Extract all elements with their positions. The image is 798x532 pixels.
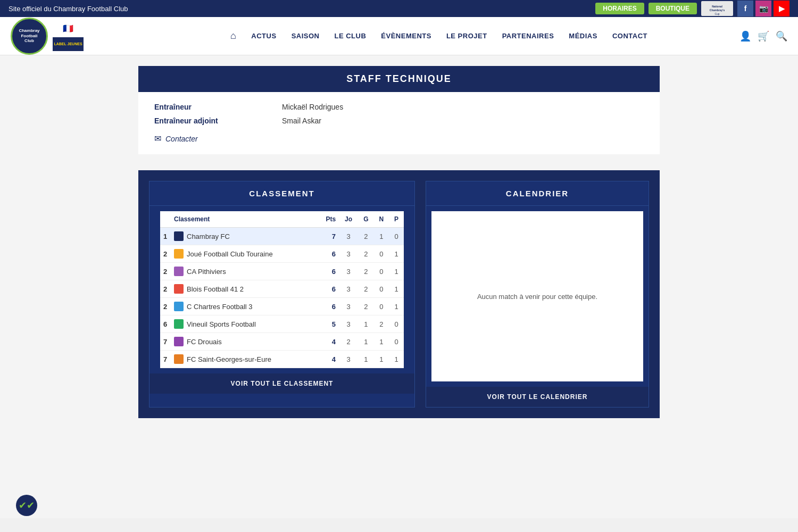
team-name: Blois Football 41 2: [187, 285, 244, 293]
entraineur-label: Entraîneur: [154, 103, 282, 111]
classement-header: CLASSEMENT: [149, 181, 414, 206]
user-icon[interactable]: 👤: [739, 30, 751, 42]
rank-cell: 7: [160, 333, 171, 351]
p-cell: 0: [389, 228, 404, 245]
n-cell: 2: [374, 315, 389, 333]
adjoint-value: Smail Askar: [282, 117, 321, 125]
rank-cell: 2: [160, 280, 171, 298]
nav-medias[interactable]: MÉDIAS: [561, 32, 605, 40]
nav-evenements[interactable]: ÉVÈNEMENTS: [373, 32, 439, 40]
pts-cell: 6: [317, 280, 339, 298]
facebook-icon[interactable]: f: [737, 1, 753, 16]
staff-header: STAFF TECHNIQUE: [138, 66, 660, 92]
boutique-button[interactable]: BOUTIQUE: [649, 3, 697, 14]
nav-right: 👤 🛒 🔍: [739, 30, 787, 42]
nav-saison[interactable]: SAISON: [284, 32, 327, 40]
rank-cell: 2: [160, 263, 171, 280]
table-row: 2 Joué Football Club Touraine 6 3 2 0 1: [160, 245, 404, 263]
nav-home[interactable]: ⌂: [223, 30, 244, 41]
team-name: Vineuil Sports Football: [187, 320, 256, 328]
pts-cell: 5: [317, 315, 339, 333]
pts-cell: 4: [317, 333, 339, 351]
staff-section: STAFF TECHNIQUE Entraîneur Mickaël Rodri…: [138, 66, 660, 154]
table-row: 2 CA Pithiviers 6 3 2 0 1: [160, 263, 404, 280]
contact-link[interactable]: Contacter: [165, 135, 198, 143]
top-bar: Site officiel du Chambray Football Club …: [0, 0, 798, 17]
team-cell: Blois Football 41 2: [171, 280, 317, 298]
youtube-icon[interactable]: ▶: [774, 1, 789, 16]
col-classement: Classement: [171, 211, 317, 228]
svg-text:National: National: [712, 5, 722, 8]
scroll-button[interactable]: ✔✔: [16, 495, 37, 516]
n-cell: 0: [374, 263, 389, 280]
team-cell: FC Drouais: [171, 333, 317, 351]
nav-partenaires[interactable]: PARTENAIRES: [495, 32, 562, 40]
p-cell: 0: [389, 315, 404, 333]
voir-calendrier-button[interactable]: VOIR TOUT LE CALENDRIER: [426, 387, 649, 407]
classement-table: Classement Pts Jo G N P 1 Chambray FC: [160, 211, 404, 368]
svg-text:🇫🇷: 🇫🇷: [63, 23, 73, 34]
jo-cell: 3: [339, 298, 358, 315]
adjoint-label: Entraîneur adjoint: [154, 117, 282, 125]
g-cell: 1: [358, 333, 374, 351]
jo-cell: 3: [339, 263, 358, 280]
n-cell: 0: [374, 280, 389, 298]
staff-contact: ✉ Contacter: [154, 134, 644, 144]
pts-cell: 7: [317, 228, 339, 245]
nav-actus[interactable]: ACTUS: [244, 32, 284, 40]
logo-area: ChambrayFootballClub 🇫🇷 LABEL JEUNES: [11, 18, 138, 55]
table-row: 2 Blois Football 41 2 6 3 2 0 1: [160, 280, 404, 298]
rank-cell: 6: [160, 315, 171, 333]
top-bar-right: HORAIRES BOUTIQUE National Chambray's Cu…: [595, 1, 789, 16]
classement-box: CLASSEMENT Classement Pts Jo G N P: [149, 181, 415, 408]
mail-icon: ✉: [154, 134, 161, 144]
rank-cell: 1: [160, 228, 171, 245]
cup-logo: National Chambray's Cup: [701, 1, 733, 16]
nav-le-projet[interactable]: LE PROJET: [439, 32, 495, 40]
team-name: Joué Football Club Touraine: [187, 250, 273, 258]
calendrier-header: CALENDRIER: [426, 181, 649, 206]
svg-text:Chambray's: Chambray's: [710, 9, 725, 12]
p-cell: 1: [389, 245, 404, 263]
search-icon[interactable]: 🔍: [776, 30, 787, 42]
nav-contact[interactable]: CONTACT: [605, 32, 655, 40]
n-cell: 0: [374, 245, 389, 263]
g-cell: 2: [358, 298, 374, 315]
team-name: C Chartres Football 3: [187, 303, 253, 311]
staff-entraineur-row: Entraîneur Mickaël Rodrigues: [154, 103, 644, 111]
instagram-icon[interactable]: 📷: [755, 1, 771, 16]
voir-classement-button[interactable]: VOIR TOUT LE CLASSEMENT: [149, 373, 414, 394]
rank-cell: 7: [160, 351, 171, 368]
jo-cell: 3: [339, 315, 358, 333]
main-nav: ChambrayFootballClub 🇫🇷 LABEL JEUNES ⌂ A…: [0, 17, 798, 55]
n-cell: 0: [374, 298, 389, 315]
team-cell: Vineuil Sports Football: [171, 315, 317, 333]
calendrier-empty-msg: Aucun match à venir pour cette équipe.: [477, 293, 597, 301]
col-pts: Pts: [317, 211, 339, 228]
social-icons: f 📷 ▶: [737, 1, 789, 16]
pts-cell: 4: [317, 351, 339, 368]
col-n: N: [374, 211, 389, 228]
calendrier-content: Aucun match à venir pour cette équipe.: [431, 211, 643, 381]
entraineur-value: Mickaël Rodrigues: [282, 103, 343, 111]
nav-le-club[interactable]: LE CLUB: [327, 32, 373, 40]
jo-cell: 3: [339, 245, 358, 263]
col-jo: Jo: [339, 211, 358, 228]
staff-adjoint-row: Entraîneur adjoint Smail Askar: [154, 117, 644, 125]
n-cell: 1: [374, 351, 389, 368]
p-cell: 1: [389, 263, 404, 280]
p-cell: 1: [389, 280, 404, 298]
cart-icon[interactable]: 🛒: [758, 30, 769, 42]
rank-cell: 2: [160, 298, 171, 315]
pts-cell: 6: [317, 298, 339, 315]
team-cell: Chambray FC: [171, 228, 317, 245]
calendrier-box: CALENDRIER Aucun match à venir pour cett…: [426, 181, 649, 408]
horaires-button[interactable]: HORAIRES: [595, 3, 644, 14]
jo-cell: 3: [339, 228, 358, 245]
lower-section: CLASSEMENT Classement Pts Jo G N P: [138, 170, 660, 418]
jo-cell: 3: [339, 351, 358, 368]
n-cell: 1: [374, 228, 389, 245]
col-rank: [160, 211, 171, 228]
g-cell: 2: [358, 280, 374, 298]
team-cell: FC Saint-Georges-sur-Eure: [171, 351, 317, 368]
